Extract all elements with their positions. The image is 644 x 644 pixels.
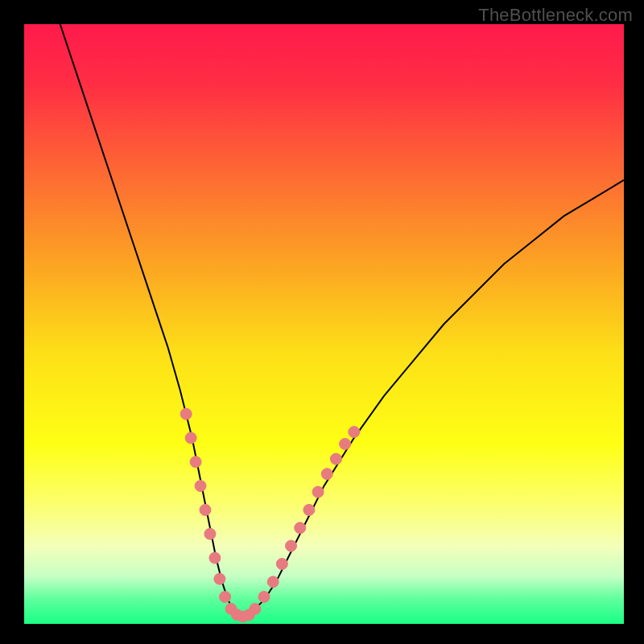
right-seg-2b bbox=[303, 504, 315, 515]
curve-layer bbox=[24, 24, 624, 624]
right-seg-2c bbox=[312, 486, 324, 497]
right-dot-2 bbox=[340, 439, 351, 450]
right-seg-1b bbox=[267, 576, 279, 588]
right-seg-2a bbox=[295, 522, 306, 534]
right-seg-2e bbox=[330, 453, 341, 464]
left-seg-1b bbox=[190, 456, 201, 468]
chart-canvas: TheBottleneck.com bbox=[0, 0, 644, 644]
right-seg-2d bbox=[321, 469, 332, 480]
left-seg-1c bbox=[195, 481, 206, 492]
trough-6 bbox=[250, 603, 261, 614]
right-dot-3 bbox=[349, 427, 360, 438]
left-seg-2c bbox=[214, 573, 225, 584]
left-seg-1a bbox=[185, 432, 196, 444]
right-seg-1c bbox=[276, 559, 287, 570]
left-dot-1 bbox=[180, 408, 192, 419]
right-dot-1 bbox=[286, 540, 297, 551]
left-seg-2a bbox=[204, 528, 216, 539]
watermark-text: TheBottleneck.com bbox=[478, 5, 633, 26]
right-seg-1a bbox=[258, 591, 270, 602]
plot-area bbox=[24, 24, 624, 624]
left-dot-2 bbox=[200, 504, 211, 515]
left-seg-2b bbox=[209, 552, 221, 564]
trough-1 bbox=[220, 591, 231, 602]
bottleneck-curve bbox=[60, 24, 624, 618]
